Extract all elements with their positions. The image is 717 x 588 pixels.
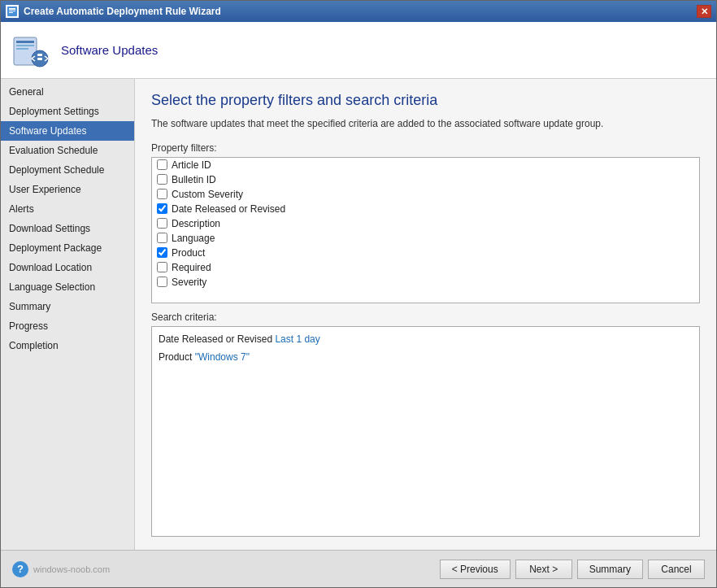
filter-label-custom-severity: Custom Severity <box>172 189 243 200</box>
sidebar-item-language-selection[interactable]: Language Selection <box>1 277 134 297</box>
filter-label-required: Required <box>172 262 211 273</box>
filter-label-description: Description <box>172 218 220 229</box>
sidebar-item-download-settings[interactable]: Download Settings <box>1 219 134 238</box>
filter-checkbox-article-id[interactable] <box>157 159 167 170</box>
title-bar-icon <box>6 5 19 18</box>
filter-item-article-id: Article ID <box>152 158 699 172</box>
filter-checkbox-severity[interactable] <box>157 277 167 287</box>
title-bar: Create Automatic Deployment Rule Wizard … <box>1 1 716 22</box>
filter-label-article-id: Article ID <box>172 159 211 171</box>
footer-area: ? windows-noob.com < Previous Next > Sum… <box>1 550 716 587</box>
page-title: Select the property filters and search c… <box>151 92 700 109</box>
filter-item-language: Language <box>152 231 699 246</box>
footer-left: ? windows-noob.com <box>12 561 110 577</box>
search-criteria-product-link[interactable]: "Windows 7" <box>195 351 250 363</box>
svg-rect-2 <box>9 11 15 11</box>
search-criteria-label: Search criteria: <box>151 311 700 323</box>
summary-button[interactable]: Summary <box>577 560 643 579</box>
sidebar-item-evaluation-schedule[interactable]: Evaluation Schedule <box>1 141 134 160</box>
filter-item-bulletin-id: Bulletin ID <box>152 172 699 187</box>
sidebar-item-completion[interactable]: Completion <box>1 336 134 355</box>
sidebar-item-user-experience[interactable]: User Experience <box>1 180 134 199</box>
search-criteria-row-product: Product "Windows 7" <box>159 350 693 364</box>
property-filters-label: Property filters: <box>151 142 700 154</box>
filter-checkbox-product[interactable] <box>157 247 167 258</box>
filter-checkbox-language[interactable] <box>157 233 167 243</box>
title-bar-left: Create Automatic Deployment Rule Wizard <box>6 5 221 18</box>
sidebar-item-download-location[interactable]: Download Location <box>1 258 134 277</box>
svg-rect-3 <box>9 12 13 13</box>
filter-label-product: Product <box>172 247 205 259</box>
svg-rect-5 <box>16 41 34 43</box>
svg-rect-10 <box>37 58 42 60</box>
next-button[interactable]: Next > <box>515 560 572 579</box>
sidebar-item-software-updates[interactable]: Software Updates <box>1 121 134 141</box>
sidebar-item-general[interactable]: General <box>1 82 134 102</box>
sidebar-item-progress[interactable]: Progress <box>1 316 134 336</box>
header-title: Software Updates <box>61 43 158 57</box>
search-criteria-product-prefix: Product <box>159 351 195 363</box>
svg-rect-7 <box>16 48 28 50</box>
search-criteria-box: Date Released or Revised Last 1 day Prod… <box>151 326 700 537</box>
svg-rect-1 <box>9 8 15 10</box>
filter-label-severity: Severity <box>172 277 206 288</box>
filter-item-custom-severity: Custom Severity <box>152 187 699 202</box>
sidebar-item-deployment-schedule[interactable]: Deployment Schedule <box>1 160 134 180</box>
search-criteria-date-link[interactable]: Last 1 day <box>275 333 319 345</box>
filter-label-bulletin-id: Bulletin ID <box>172 174 216 185</box>
filter-checkbox-date-released[interactable] <box>157 203 167 214</box>
main-area: General Deployment Settings Software Upd… <box>1 79 716 550</box>
sidebar: General Deployment Settings Software Upd… <box>1 79 135 550</box>
content-area: Select the property filters and search c… <box>135 79 716 550</box>
filter-checkbox-description[interactable] <box>157 218 167 229</box>
filter-label-date-released: Date Released or Revised <box>172 203 285 215</box>
header-icon <box>11 31 50 70</box>
filter-item-date-released: Date Released or Revised <box>152 202 699 216</box>
search-criteria-row-date: Date Released or Revised Last 1 day <box>159 332 693 346</box>
close-button[interactable]: ✕ <box>697 5 711 18</box>
filter-item-severity: Severity <box>152 275 699 290</box>
help-icon[interactable]: ? <box>12 561 28 577</box>
svg-rect-6 <box>16 45 34 46</box>
description-text: The software updates that meet the speci… <box>151 117 700 131</box>
search-criteria-date-prefix: Date Released or Revised <box>159 333 275 345</box>
filter-item-required: Required <box>152 260 699 275</box>
filter-item-description: Description <box>152 216 699 231</box>
window: Create Automatic Deployment Rule Wizard … <box>0 0 717 588</box>
svg-rect-9 <box>37 54 42 56</box>
filter-label-language: Language <box>172 233 215 244</box>
header-area: Software Updates <box>1 22 716 79</box>
previous-button[interactable]: < Previous <box>440 560 511 579</box>
filter-item-product: Product <box>152 246 699 260</box>
sidebar-item-alerts[interactable]: Alerts <box>1 199 134 219</box>
footer-buttons: < Previous Next > Summary Cancel <box>440 560 705 579</box>
filter-checkbox-custom-severity[interactable] <box>157 189 167 199</box>
sidebar-item-summary[interactable]: Summary <box>1 297 134 316</box>
property-filters-box: Article ID Bulletin ID Custom Severity D… <box>151 157 700 303</box>
watermark-text: windows-noob.com <box>33 564 110 574</box>
sidebar-item-deployment-settings[interactable]: Deployment Settings <box>1 102 134 121</box>
filter-checkbox-required[interactable] <box>157 262 167 272</box>
filter-checkbox-bulletin-id[interactable] <box>157 174 167 185</box>
window-title: Create Automatic Deployment Rule Wizard <box>24 6 221 17</box>
cancel-button[interactable]: Cancel <box>648 560 705 579</box>
sidebar-item-deployment-package[interactable]: Deployment Package <box>1 238 134 258</box>
